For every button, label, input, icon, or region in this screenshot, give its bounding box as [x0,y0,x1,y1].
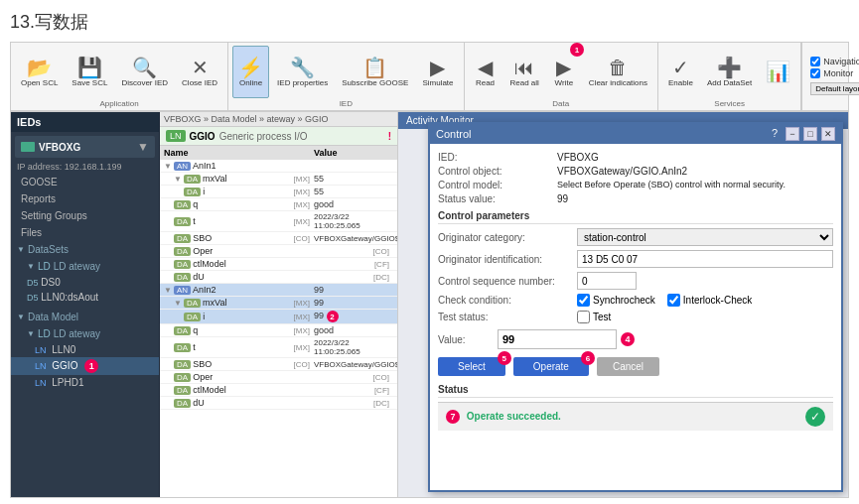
read-button[interactable]: ◀ Read [469,46,502,98]
table-row[interactable]: DA i [MX] 99 2 [160,310,397,324]
table-row[interactable]: DA t [MX] 2022/3/22 11:00:25.065 [160,211,397,232]
table-row[interactable]: ▼ DA mxVal [MX] 55 [160,173,397,186]
read-all-label: Read all [510,78,539,87]
sidebar-ggio[interactable]: LN GGIO 1 [11,357,159,375]
maximize-button[interactable]: □ [803,127,817,141]
save-scl-button[interactable]: 💾 Save SCL [66,46,113,98]
q2-name: q [193,325,289,335]
toolbar-group-data: ◀ Read ⏮ Read all ▶ Write 1 [465,43,659,110]
oper2-name: Oper [193,372,368,382]
table-row[interactable]: ▼ AN AnIn1 [160,160,397,173]
table-row[interactable]: DA i [MX] 55 [160,186,397,198]
simulate-button[interactable]: ▶ Simulate [416,46,459,98]
test-checkbox[interactable] [577,311,590,323]
group3-button[interactable]: 📊 [760,46,796,98]
application-buttons: 📂 Open SCL 💾 Save SCL 🔍 Discover IED [15,46,223,98]
clear-indications-button[interactable]: 🗑 Clear indications [583,46,653,98]
orig-cat-select[interactable]: station-control [577,228,833,246]
open-scl-icon: 📂 [27,58,52,77]
expand-anin1[interactable]: ▼ [164,162,172,171]
data-buttons: ◀ Read ⏮ Read all ▶ Write 1 [469,46,654,98]
read-all-button[interactable]: ⏮ Read all [504,46,545,98]
toolbar-area: 📂 Open SCL 💾 Save SCL 🔍 Discover IED [11,43,848,112]
cancel-button[interactable]: Cancel [597,357,659,376]
sidebar-lphd1[interactable]: LN LPHD1 [11,375,159,390]
synchrocheck-checkbox[interactable] [577,294,590,307]
table-row[interactable]: ▼ AN AnIn2 99 [160,284,397,297]
table-row[interactable]: DA ctlModel [CF] [160,258,397,271]
datasets-label: DataSets [28,244,69,255]
read-all-icon: ⏮ [514,58,534,77]
sidebar-item-goose[interactable]: GOOSE [11,174,159,190]
value-badge: 4 [621,332,635,346]
monitor-check-row: Monitor Descriptions [810,68,859,78]
ctrl-seq-input[interactable] [577,272,637,290]
ld-dm-arrow: ▼ [27,329,35,338]
table-row[interactable]: DA Oper [CO] [160,371,397,384]
monitor-checkbox[interactable] [810,68,820,78]
sidebar-lln0[interactable]: LN LLN0 [11,342,159,357]
table-row[interactable]: ▼ DA mxVal [MX] 99 [160,297,397,310]
expand-anin2[interactable]: ▼ [164,286,172,295]
expand-mxval1[interactable]: ▼ [174,175,182,184]
table-row[interactable]: DA t [MX] 2022/3/22 11:00:25.065 [160,337,397,358]
add-dataset-button[interactable]: ➕ Add DataSet [701,46,758,98]
expand-mxval2[interactable]: ▼ [174,299,182,308]
open-scl-button[interactable]: 📂 Open SCL [15,46,64,98]
lln0-tag: D5 [27,293,39,303]
table-row[interactable]: DA Oper [CO] [160,245,397,258]
table-row[interactable]: DA dU [DC] [160,271,397,284]
online-button[interactable]: ⚡ Online [232,46,269,98]
default-layout-button[interactable]: Default layout [810,82,859,95]
select-button[interactable]: Select [438,357,505,376]
sidebar-ld-ateway-dm[interactable]: ▼ LD LD ateway [11,325,159,342]
interlock-checkbox[interactable] [667,294,680,307]
table-row[interactable]: DA dU [DC] [160,397,397,410]
discover-ied-button[interactable]: 🔍 Discover IED [115,46,174,98]
sidebar-item-reports[interactable]: Reports [11,190,159,207]
sidebar-item-setting-groups[interactable]: Setting Groups [11,207,159,224]
enable-button[interactable]: ✓ Enable [662,46,699,98]
lln0-label: LLN0:dsAout [41,292,98,303]
value-input[interactable] [498,329,617,349]
ied-properties-button[interactable]: 🔧 IED properties [271,46,334,98]
col-value-header: Value [314,148,393,158]
t2-name: t [193,342,289,352]
status-value-label: Status value: [438,193,557,204]
ln-lln0-tag: LN [35,345,47,355]
sidebar-ld-ateway[interactable]: ▼ LD LD ateway [11,258,159,275]
table-row[interactable]: DA ctlModel [CF] [160,384,397,397]
sidebar-ds0[interactable]: D5 DS0 [11,275,159,290]
toolbar-group-application: 📂 Open SCL 💾 Save SCL 🔍 Discover IED [11,43,228,110]
status-message: Operate succeeded. [467,411,561,422]
status-bar: 7 Operate succeeded. ✓ [438,402,833,431]
q2-value: good [314,325,393,335]
write-button[interactable]: ▶ Write 1 [547,46,581,98]
t1-value: 2022/3/22 11:00:25.065 [314,212,393,230]
sidebar-device[interactable]: VFBOXG ▼ [15,136,155,158]
minimize-button[interactable]: − [786,127,799,141]
table-row[interactable]: DA SBO [CO] VFBOXGateway/GGIO$CO$AnIn1 [160,232,397,245]
navigation-checkbox[interactable] [810,57,820,66]
table-row[interactable]: DA q [MX] good [160,198,397,211]
subscribe-button[interactable]: 📋 Subscribe GOOSE [336,46,414,98]
status-value-row: Status value: 99 [438,193,833,204]
originator-id-row: Originator identification: [438,250,833,268]
close-ied-button[interactable]: ✕ Close IED [176,46,223,98]
operate-button[interactable]: Operate [513,357,589,376]
application-group-label: Application [15,99,223,108]
sidebar-item-files[interactable]: Files [11,224,159,241]
control-object-value: VFBOXGateway/GGIO.AnIn2 [557,166,687,177]
table-row[interactable]: DA SBO [CO] VFBOXGateway/GGIO$CO$AnIn2 [160,358,397,371]
data-group-label: Data [469,99,654,108]
control-model-label: Control model: [438,180,557,190]
sidebar-section-datasets[interactable]: ▼ DataSets [11,241,159,258]
sbo1-tag: DA [174,234,191,243]
ctlmodel2-type: [CF] [374,386,389,395]
table-row[interactable]: DA q [MX] good [160,324,397,337]
orig-id-input[interactable] [577,250,833,268]
close-button[interactable]: ✕ [821,127,835,141]
sidebar-section-data-model[interactable]: ▼ Data Model [11,309,159,325]
sidebar-lln0dsaout[interactable]: D5 LLN0:dsAout [11,290,159,305]
lphd1-label: LPHD1 [52,377,83,388]
